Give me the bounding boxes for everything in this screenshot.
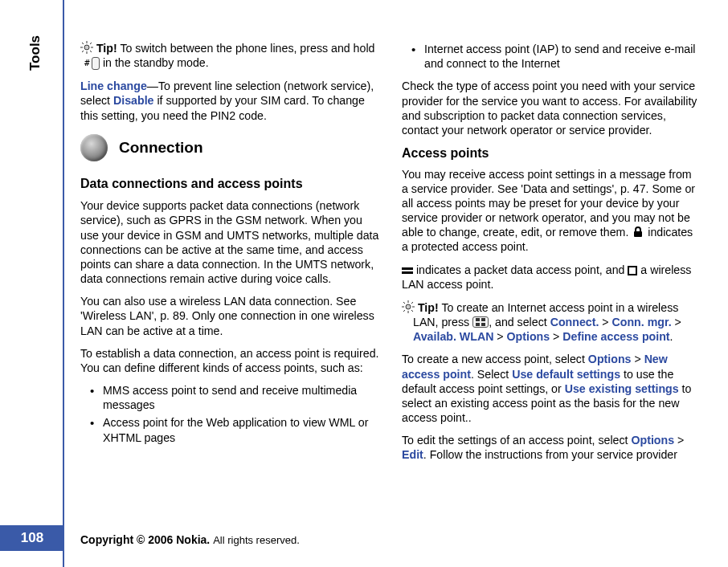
line-change-label: Line change — [80, 80, 147, 92]
tip2-options: Options — [507, 330, 550, 343]
left-p2: You can also use a wireless LAN data con… — [80, 294, 379, 338]
copyright-bold: Copyright © 2006 Nokia. — [80, 533, 213, 546]
tip2-availab: Availab. WLAN — [413, 330, 493, 343]
svg-point-0 — [84, 45, 89, 50]
tip1-text-a: To switch between the phone lines, press… — [117, 42, 375, 55]
connection-heading: Connection — [119, 138, 203, 157]
p4-a: To create a new access point, select — [402, 353, 588, 365]
svg-rect-9 — [634, 231, 642, 237]
tip2-period: . — [670, 330, 673, 343]
svg-line-8 — [82, 51, 84, 52]
left-p1: Your device supports packet data connect… — [80, 198, 379, 286]
section-label: Tools — [27, 35, 43, 71]
svg-line-7 — [90, 43, 92, 44]
tip2-gt2: > — [672, 316, 681, 328]
connection-heading-row: Connection — [80, 134, 379, 161]
svg-rect-21 — [476, 323, 480, 326]
svg-rect-19 — [476, 318, 480, 321]
left-p3: To establish a data connection, an acces… — [80, 346, 379, 375]
tip1-text-b: in the standby mode. — [100, 56, 209, 69]
svg-rect-22 — [481, 323, 485, 326]
tip-label: Tip! — [96, 42, 117, 55]
tip2-text-b: , and select — [489, 316, 550, 328]
p5-b: . Follow the instructions from your serv… — [423, 448, 677, 461]
tip2-define: Define access point — [562, 330, 669, 343]
page-number: 108 — [0, 525, 64, 551]
copyright-rest: All rights reserved. — [213, 534, 300, 546]
tip-label: Tip! — [418, 301, 439, 314]
p4-usedef: Use default settings — [512, 368, 620, 381]
right-p5: To edit the settings of an access point,… — [402, 433, 701, 462]
svg-line-17 — [411, 302, 413, 304]
globe-icon — [80, 134, 108, 161]
packet-data-icon — [402, 267, 413, 275]
left-column: Tip! To switch between the phone lines, … — [80, 40, 379, 471]
tip-icon — [402, 301, 415, 312]
hash-key-icon: # — [92, 57, 100, 70]
p4-useexist: Use existing settings — [565, 382, 679, 395]
p5-edit: Edit — [402, 448, 423, 461]
p5-gt: > — [674, 434, 684, 447]
tip2-gt3: > — [493, 330, 506, 343]
access-point-list-continued: Internet access point (IAP) to send and … — [411, 42, 701, 71]
right-p2: You may receive access point settings in… — [402, 167, 701, 255]
tip2-connmgr: Conn. mgr. — [612, 316, 672, 328]
svg-point-10 — [406, 304, 411, 309]
access-points-heading: Access points — [402, 145, 701, 161]
right-p4: To create a new access point, select Opt… — [402, 352, 701, 425]
svg-rect-20 — [481, 318, 485, 321]
svg-line-5 — [82, 43, 84, 44]
tip-create-iap: Tip! To create an Internet access point … — [402, 300, 701, 345]
right-p1: Check the type of access point you need … — [402, 79, 701, 137]
right-p3: indicates a packet data access point, an… — [402, 263, 701, 292]
list-item: Access point for the Web application to … — [90, 415, 379, 444]
wlan-icon — [628, 266, 637, 275]
svg-line-18 — [403, 310, 405, 312]
p4-gt: > — [631, 353, 644, 365]
svg-line-15 — [403, 302, 405, 304]
footer: Copyright © 2006 Nokia. All rights reser… — [80, 533, 300, 546]
data-connections-heading: Data connections and access points — [80, 176, 379, 192]
tip-icon — [80, 42, 93, 53]
p5-a: To edit the settings of an access point,… — [402, 434, 632, 447]
p4-options: Options — [588, 353, 632, 365]
line-change-paragraph: Line change—To prevent line selection (n… — [80, 79, 379, 123]
svg-line-16 — [411, 310, 413, 312]
svg-line-6 — [90, 51, 92, 52]
list-item: MMS access point to send and receive mul… — [90, 383, 379, 412]
tip2-connect: Connect. — [550, 316, 599, 328]
list-item: Internet access point (IAP) to send and … — [411, 42, 701, 71]
p4-b: . Select — [471, 368, 512, 381]
p5-options: Options — [632, 434, 675, 447]
lock-icon — [632, 226, 644, 238]
tip-switch-lines: Tip! To switch between the phone lines, … — [80, 40, 379, 71]
right-p3-a: indicates a packet data access point, an… — [413, 263, 628, 276]
right-column: Internet access point (IAP) to send and … — [402, 40, 701, 471]
page-content: Tip! To switch between the phone lines, … — [80, 40, 707, 471]
sidebar: Tools 108 — [0, 0, 64, 567]
tip2-gt4: > — [550, 330, 562, 343]
tip2-gt1: > — [599, 316, 611, 328]
access-point-list: MMS access point to send and receive mul… — [90, 383, 379, 445]
menu-key-icon — [472, 316, 489, 328]
line-change-disable: Disable — [113, 94, 153, 107]
